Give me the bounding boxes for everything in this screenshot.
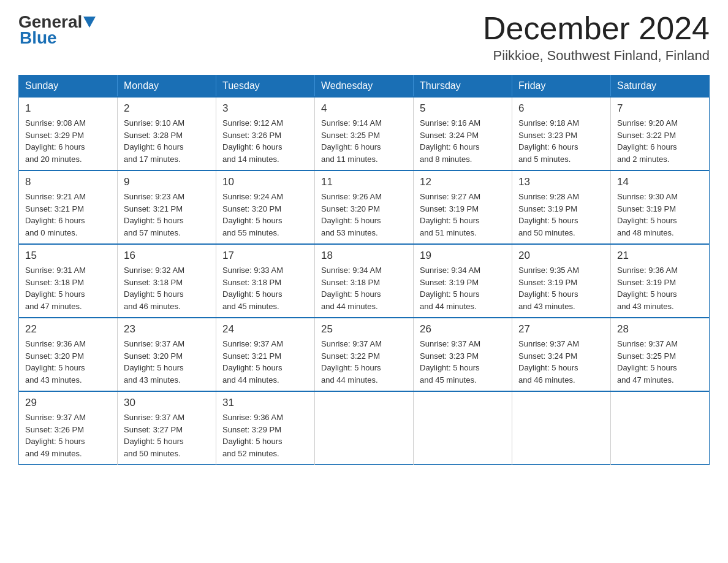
calendar-day-cell: 27Sunrise: 9:37 AM Sunset: 3:24 PM Dayli…: [512, 318, 611, 391]
calendar-day-cell: 6Sunrise: 9:18 AM Sunset: 3:23 PM Daylig…: [512, 97, 611, 170]
day-sun-info: Sunrise: 9:23 AM Sunset: 3:21 PM Dayligh…: [124, 191, 210, 239]
logo-triangle-icon: [83, 17, 96, 28]
day-sun-info: Sunrise: 9:34 AM Sunset: 3:18 PM Dayligh…: [321, 264, 407, 312]
calendar-day-cell: 31Sunrise: 9:36 AM Sunset: 3:29 PM Dayli…: [216, 391, 315, 465]
day-sun-info: Sunrise: 9:31 AM Sunset: 3:18 PM Dayligh…: [25, 264, 111, 312]
day-number: 29: [25, 397, 111, 409]
location-subtitle: Piikkioe, Southwest Finland, Finland: [483, 48, 710, 64]
day-sun-info: Sunrise: 9:14 AM Sunset: 3:25 PM Dayligh…: [321, 117, 407, 165]
day-sun-info: Sunrise: 9:37 AM Sunset: 3:26 PM Dayligh…: [25, 412, 111, 459]
day-number: 10: [222, 176, 308, 188]
day-sun-info: Sunrise: 9:34 AM Sunset: 3:19 PM Dayligh…: [420, 264, 506, 312]
calendar-day-cell: 20Sunrise: 9:35 AM Sunset: 3:19 PM Dayli…: [512, 244, 611, 318]
calendar-week-row: 22Sunrise: 9:36 AM Sunset: 3:20 PM Dayli…: [19, 318, 710, 391]
weekday-header-wednesday: Wednesday: [315, 75, 414, 98]
day-sun-info: Sunrise: 9:24 AM Sunset: 3:20 PM Dayligh…: [222, 191, 308, 239]
calendar-day-cell: 28Sunrise: 9:37 AM Sunset: 3:25 PM Dayli…: [611, 318, 710, 391]
calendar-day-cell: 15Sunrise: 9:31 AM Sunset: 3:18 PM Dayli…: [19, 244, 118, 318]
calendar-day-cell: 9Sunrise: 9:23 AM Sunset: 3:21 PM Daylig…: [118, 170, 216, 244]
day-number: 23: [124, 323, 210, 335]
calendar-day-cell: 25Sunrise: 9:37 AM Sunset: 3:22 PM Dayli…: [315, 318, 414, 391]
month-title: December 2024: [483, 12, 710, 44]
day-number: 13: [518, 176, 604, 188]
weekday-header-tuesday: Tuesday: [216, 75, 315, 98]
day-number: 15: [25, 250, 111, 262]
calendar-day-cell: 21Sunrise: 9:36 AM Sunset: 3:19 PM Dayli…: [611, 244, 710, 318]
day-number: 14: [617, 176, 703, 188]
day-sun-info: Sunrise: 9:37 AM Sunset: 3:22 PM Dayligh…: [321, 338, 407, 386]
day-number: 1: [25, 102, 111, 115]
calendar-week-row: 8Sunrise: 9:21 AM Sunset: 3:21 PM Daylig…: [19, 170, 710, 244]
day-number: 18: [321, 250, 407, 262]
day-sun-info: Sunrise: 9:21 AM Sunset: 3:21 PM Dayligh…: [25, 191, 111, 239]
day-sun-info: Sunrise: 9:36 AM Sunset: 3:19 PM Dayligh…: [617, 264, 703, 312]
day-number: 9: [124, 176, 210, 188]
day-number: 11: [321, 176, 407, 188]
day-number: 3: [222, 102, 308, 115]
calendar-day-cell: 12Sunrise: 9:27 AM Sunset: 3:19 PM Dayli…: [414, 170, 512, 244]
day-number: 5: [420, 102, 506, 115]
calendar-day-cell: 11Sunrise: 9:26 AM Sunset: 3:20 PM Dayli…: [315, 170, 414, 244]
logo-blue-text: Blue: [18, 28, 57, 48]
day-sun-info: Sunrise: 9:36 AM Sunset: 3:20 PM Dayligh…: [25, 338, 111, 386]
calendar-day-cell: 29Sunrise: 9:37 AM Sunset: 3:26 PM Dayli…: [19, 391, 118, 465]
calendar-day-cell: 18Sunrise: 9:34 AM Sunset: 3:18 PM Dayli…: [315, 244, 414, 318]
day-number: 8: [25, 176, 111, 188]
calendar-day-cell: 26Sunrise: 9:37 AM Sunset: 3:23 PM Dayli…: [414, 318, 512, 391]
calendar-day-cell: 10Sunrise: 9:24 AM Sunset: 3:20 PM Dayli…: [216, 170, 315, 244]
day-sun-info: Sunrise: 9:37 AM Sunset: 3:27 PM Dayligh…: [124, 412, 210, 459]
calendar-day-cell: 30Sunrise: 9:37 AM Sunset: 3:27 PM Dayli…: [118, 391, 216, 465]
day-number: 16: [124, 250, 210, 262]
day-number: 28: [617, 323, 703, 335]
day-number: 4: [321, 102, 407, 115]
day-sun-info: Sunrise: 9:36 AM Sunset: 3:29 PM Dayligh…: [222, 412, 308, 459]
day-sun-info: Sunrise: 9:37 AM Sunset: 3:23 PM Dayligh…: [420, 338, 506, 386]
day-number: 25: [321, 323, 407, 335]
calendar-day-cell: 3Sunrise: 9:12 AM Sunset: 3:26 PM Daylig…: [216, 97, 315, 170]
calendar-day-cell: [315, 391, 414, 465]
calendar-day-cell: 5Sunrise: 9:16 AM Sunset: 3:24 PM Daylig…: [414, 97, 512, 170]
day-number: 17: [222, 250, 308, 262]
weekday-header-sunday: Sunday: [19, 75, 118, 98]
day-sun-info: Sunrise: 9:33 AM Sunset: 3:18 PM Dayligh…: [222, 264, 308, 312]
day-number: 31: [222, 397, 308, 409]
weekday-header-friday: Friday: [512, 75, 611, 98]
day-sun-info: Sunrise: 9:10 AM Sunset: 3:28 PM Dayligh…: [124, 117, 210, 165]
weekday-header-thursday: Thursday: [414, 75, 512, 98]
day-number: 27: [518, 323, 604, 335]
calendar-day-cell: 14Sunrise: 9:30 AM Sunset: 3:19 PM Dayli…: [611, 170, 710, 244]
calendar-day-cell: 8Sunrise: 9:21 AM Sunset: 3:21 PM Daylig…: [19, 170, 118, 244]
calendar-day-cell: 17Sunrise: 9:33 AM Sunset: 3:18 PM Dayli…: [216, 244, 315, 318]
day-sun-info: Sunrise: 9:28 AM Sunset: 3:19 PM Dayligh…: [518, 191, 604, 239]
day-sun-info: Sunrise: 9:37 AM Sunset: 3:24 PM Dayligh…: [518, 338, 604, 386]
day-number: 24: [222, 323, 308, 335]
day-sun-info: Sunrise: 9:30 AM Sunset: 3:19 PM Dayligh…: [617, 191, 703, 239]
day-number: 19: [420, 250, 506, 262]
calendar-week-row: 15Sunrise: 9:31 AM Sunset: 3:18 PM Dayli…: [19, 244, 710, 318]
calendar-day-cell: [611, 391, 710, 465]
calendar-table: SundayMondayTuesdayWednesdayThursdayFrid…: [18, 75, 710, 465]
day-sun-info: Sunrise: 9:20 AM Sunset: 3:22 PM Dayligh…: [617, 117, 703, 165]
day-sun-info: Sunrise: 9:16 AM Sunset: 3:24 PM Dayligh…: [420, 117, 506, 165]
day-sun-info: Sunrise: 9:37 AM Sunset: 3:21 PM Dayligh…: [222, 338, 308, 386]
calendar-week-row: 1Sunrise: 9:08 AM Sunset: 3:29 PM Daylig…: [19, 97, 710, 170]
day-sun-info: Sunrise: 9:08 AM Sunset: 3:29 PM Dayligh…: [25, 117, 111, 165]
day-sun-info: Sunrise: 9:37 AM Sunset: 3:25 PM Dayligh…: [617, 338, 703, 386]
calendar-day-cell: 4Sunrise: 9:14 AM Sunset: 3:25 PM Daylig…: [315, 97, 414, 170]
weekday-header-monday: Monday: [118, 75, 216, 98]
calendar-day-cell: 1Sunrise: 9:08 AM Sunset: 3:29 PM Daylig…: [19, 97, 118, 170]
calendar-day-cell: 2Sunrise: 9:10 AM Sunset: 3:28 PM Daylig…: [118, 97, 216, 170]
day-sun-info: Sunrise: 9:32 AM Sunset: 3:18 PM Dayligh…: [124, 264, 210, 312]
page-header: General Blue December 2024 Piikkioe, Sou…: [18, 12, 710, 64]
day-number: 30: [124, 397, 210, 409]
day-sun-info: Sunrise: 9:37 AM Sunset: 3:20 PM Dayligh…: [124, 338, 210, 386]
day-number: 2: [124, 102, 210, 115]
day-number: 20: [518, 250, 604, 262]
calendar-day-cell: [512, 391, 611, 465]
weekday-header-saturday: Saturday: [611, 75, 710, 98]
day-number: 22: [25, 323, 111, 335]
calendar-week-row: 29Sunrise: 9:37 AM Sunset: 3:26 PM Dayli…: [19, 391, 710, 465]
calendar-body: 1Sunrise: 9:08 AM Sunset: 3:29 PM Daylig…: [19, 97, 710, 465]
calendar-day-cell: 16Sunrise: 9:32 AM Sunset: 3:18 PM Dayli…: [118, 244, 216, 318]
day-sun-info: Sunrise: 9:35 AM Sunset: 3:19 PM Dayligh…: [518, 264, 604, 312]
